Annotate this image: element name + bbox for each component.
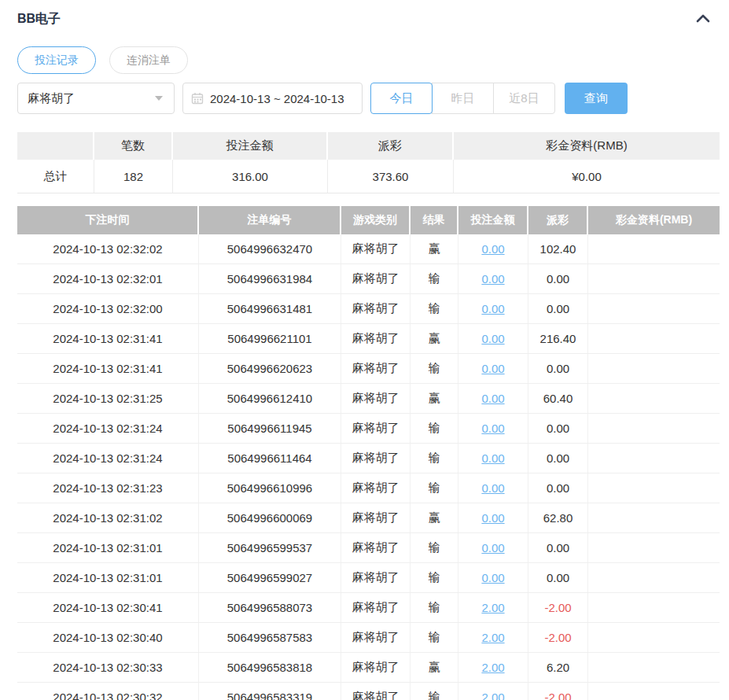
bet-id-cell: 5064996611945 [199,414,341,443]
bet-time-cell: 2024-10-13 02:31:41 [17,324,199,353]
table-row: 2024-10-13 02:32:025064996632470麻将胡了赢0.0… [17,234,720,264]
bet-id-cell: 5064996599537 [199,533,341,562]
bet-amount-link[interactable]: 0.00 [458,234,528,263]
bet-amount-link[interactable]: 0.00 [458,533,528,562]
bet-time-cell: 2024-10-13 02:30:32 [17,683,199,700]
summary-header-payout: 派彩 [328,132,454,160]
bet-amount-link[interactable]: 2.00 [458,683,528,700]
summary-total-count: 182 [94,160,173,193]
jackpot-cell [588,593,720,622]
game-select[interactable]: 麻将胡了 [17,83,175,114]
jackpot-cell [588,623,720,652]
page-title: BB电子 [17,11,61,28]
quick-today-button[interactable]: 今日 [370,83,433,114]
summary-total-bet-amount: 316.00 [173,160,328,193]
bet-id-cell: 5064996610996 [199,473,341,503]
bet-time-cell: 2024-10-13 02:30:40 [17,623,199,652]
jackpot-cell [588,324,720,353]
game-type-cell: 麻将胡了 [341,234,411,263]
game-type-cell: 麻将胡了 [341,683,411,700]
bet-time-cell: 2024-10-13 02:30:33 [17,653,199,682]
payout-cell: 0.00 [528,294,588,323]
table-row: 2024-10-13 02:31:415064996620623麻将胡了输0.0… [17,354,720,384]
collapse-button[interactable] [696,13,710,25]
payout-cell: 0.00 [528,563,588,592]
bet-amount-link[interactable]: 0.00 [458,294,528,323]
payout-cell: 0.00 [528,354,588,383]
bet-amount-link[interactable]: 0.00 [458,473,528,503]
col-header-bet-id: 注单编号 [199,206,341,234]
bet-amount-link[interactable]: 2.00 [458,623,528,652]
summary-header-row: 笔数 投注金额 派彩 彩金资料(RMB) [17,132,720,160]
date-range-input[interactable]: 2024-10-13 ~ 2024-10-13 [182,83,363,114]
result-cell: 赢 [411,653,458,682]
bet-amount-link[interactable]: 0.00 [458,563,528,592]
game-type-cell: 麻将胡了 [341,623,411,652]
jackpot-cell [588,533,720,562]
bet-amount-link[interactable]: 2.00 [458,653,528,682]
bet-id-cell: 5064996631984 [199,264,341,293]
jackpot-cell [588,563,720,592]
jackpot-cell [588,503,720,532]
chevron-up-icon [696,13,710,25]
bet-table: 下注时间 注单编号 游戏类别 结果 投注金额 派彩 彩金资料(RMB) 2024… [17,206,720,700]
record-tabs: 投注记录 连消注单 [17,46,720,74]
bet-time-cell: 2024-10-13 02:32:00 [17,294,199,323]
jackpot-cell [588,294,720,323]
bet-time-cell: 2024-10-13 02:31:24 [17,414,199,443]
game-type-cell: 麻将胡了 [341,593,411,622]
summary-total-row: 总计 182 316.00 373.60 ¥0.00 [17,160,720,193]
bet-amount-link[interactable]: 0.00 [458,354,528,383]
bet-id-cell: 5064996600069 [199,503,341,532]
jackpot-cell [588,414,720,443]
result-cell: 输 [411,533,458,562]
payout-cell: 0.00 [528,473,588,503]
quick-last8days-button[interactable]: 近8日 [493,83,555,114]
payout-cell: -2.00 [528,593,588,622]
jackpot-cell [588,234,720,263]
payout-cell: 102.40 [528,234,588,263]
result-cell: 赢 [411,324,458,353]
tab-cancelled-bets[interactable]: 连消注单 [109,46,188,74]
bet-id-cell: 5064996583818 [199,653,341,682]
bet-amount-link[interactable]: 0.00 [458,503,528,532]
quick-yesterday-button[interactable]: 昨日 [432,83,494,114]
result-cell: 输 [411,444,458,473]
jackpot-cell [588,354,720,383]
result-cell: 输 [411,623,458,652]
payout-cell: -2.00 [528,683,588,700]
bet-id-cell: 5064996620623 [199,354,341,383]
bet-id-cell: 5064996583319 [199,683,341,700]
table-row: 2024-10-13 02:32:005064996631481麻将胡了输0.0… [17,294,720,324]
bet-amount-link[interactable]: 0.00 [458,384,528,413]
jackpot-cell [588,653,720,682]
bet-amount-link[interactable]: 0.00 [458,264,528,293]
bet-id-cell: 5064996631481 [199,294,341,323]
chevron-down-icon [155,96,163,101]
game-type-cell: 麻将胡了 [341,354,411,383]
payout-cell: -2.00 [528,623,588,652]
jackpot-cell [588,264,720,293]
tab-bet-records[interactable]: 投注记录 [17,46,96,74]
col-header-jackpot: 彩金资料(RMB) [588,206,720,234]
calendar-icon [191,92,204,105]
bet-time-cell: 2024-10-13 02:32:02 [17,234,199,263]
bet-amount-link[interactable]: 0.00 [458,324,528,353]
bet-id-cell: 5064996587583 [199,623,341,652]
search-button[interactable]: 查询 [565,83,628,114]
jackpot-cell [588,473,720,503]
bet-time-cell: 2024-10-13 02:32:01 [17,264,199,293]
table-row: 2024-10-13 02:31:025064996600069麻将胡了赢0.0… [17,503,720,533]
bet-amount-link[interactable]: 2.00 [458,593,528,622]
table-row: 2024-10-13 02:31:415064996621101麻将胡了赢0.0… [17,324,720,354]
bet-time-cell: 2024-10-13 02:31:01 [17,563,199,592]
bet-id-cell: 5064996632470 [199,234,341,263]
jackpot-cell [588,683,720,700]
table-row: 2024-10-13 02:31:015064996599537麻将胡了输0.0… [17,533,720,563]
bet-amount-link[interactable]: 0.00 [458,444,528,473]
payout-cell: 0.00 [528,533,588,562]
bet-records-panel: BB电子 投注记录 连消注单 麻将胡了 2024-10-13 ~ 2024-10… [0,0,729,700]
bet-amount-link[interactable]: 0.00 [458,414,528,443]
summary-header-jackpot: 彩金资料(RMB) [454,132,720,160]
jackpot-cell [588,444,720,473]
